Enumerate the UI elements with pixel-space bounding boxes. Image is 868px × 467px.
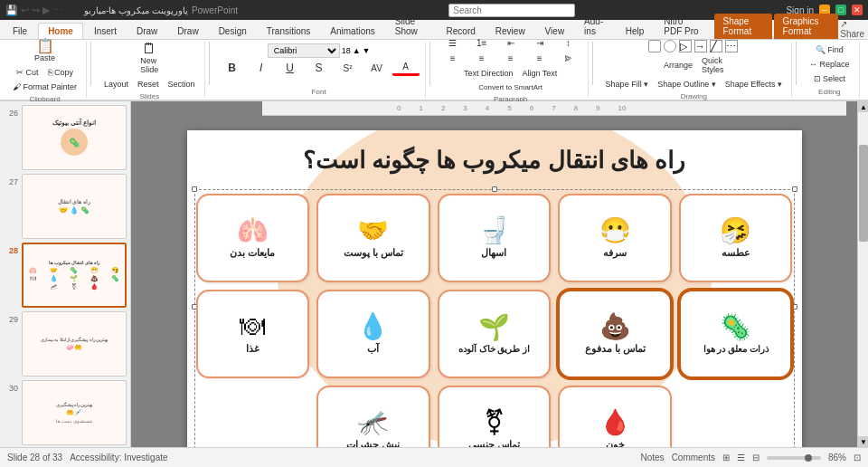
item-مایعات-بدن[interactable]: 🫁 مایعات بدن [196,194,310,282]
shadow-button[interactable]: S² [335,62,362,75]
zoom-level[interactable]: 86% [828,453,846,462]
slide-thumb-30[interactable]: 30 بهترین راه پیشگیری 🤲💉 شستشوی دست ها [4,380,127,445]
shape-effects-button[interactable]: Shape Effects ▾ [722,78,786,91]
slide-thumb-26[interactable]: 26 انواع آنتی بیوتیک 🦠 [4,105,127,170]
shape-line[interactable]: ╱ [710,40,722,52]
replace-button[interactable]: ↔ Replace [806,58,854,71]
align-center-button[interactable]: ≡ [468,52,495,65]
cut-button[interactable]: ✂ Cut [13,66,42,79]
item-تماس-پوست[interactable]: 🤝 تماس با پوست [316,194,430,282]
justify-button[interactable]: ≡ [526,52,553,65]
tab-insert[interactable]: Insert [85,24,126,39]
tab-shape-format[interactable]: Shape Format [714,14,772,39]
scroll-thumb[interactable] [859,145,868,242]
format-painter-button[interactable]: 🖌 Format Painter [9,81,80,93]
align-right-button[interactable]: ≡ [497,52,524,65]
view-normal-icon[interactable]: ⊞ [722,453,730,462]
slide-img-27[interactable]: راه های انتقال 🤝💧🦠 [22,174,127,239]
item-آب[interactable]: 💧 آب [316,290,430,378]
shape-outline-button[interactable]: Shape Outline ▾ [654,78,720,91]
underline-button[interactable]: U [277,60,304,76]
columns-button[interactable]: ⫸ [555,52,582,65]
tab-draw2[interactable]: Draw [168,24,207,39]
undo-icon[interactable]: ↩ [21,5,29,16]
item-نیش-حشرات[interactable]: 🦟 نیش حشرات [316,386,430,447]
align-text-button[interactable]: Align Text [518,67,561,80]
line-spacing-button[interactable]: ↕ [555,36,582,50]
font-family-select[interactable]: Calibri [268,43,340,58]
vertical-scrollbar[interactable]: ▲ ▼ [857,101,868,447]
item-تماس-جنسی[interactable]: ⚧ تماس جنسی [438,386,552,447]
present-icon[interactable]: ▶ [42,5,50,16]
number-button[interactable]: 1≡ [468,36,495,50]
item-سرفه[interactable]: 😷 سرفه [558,194,672,282]
tab-help[interactable]: Help [617,24,654,39]
new-slide-button[interactable]: 🗒 NewSlide [136,40,163,76]
indent-less-button[interactable]: ⇤ [497,36,524,50]
font-increase-button[interactable]: ▲ [353,46,361,55]
tab-design[interactable]: Design [210,24,256,39]
strikethrough-button[interactable]: S [306,60,333,76]
more-icon[interactable]: ⋯ [52,5,62,16]
handle-tc[interactable] [492,186,497,192]
select-button[interactable]: ⊡ Select [810,72,850,85]
item-غذا[interactable]: 🍽 غذا [196,290,310,378]
item-اسهال[interactable]: 🚽 اسهال [438,194,552,282]
canvas-area[interactable]: 012345678910 راه های انتقال میکروب ها چگ… [131,101,857,447]
tab-animations[interactable]: Animations [321,24,383,39]
convert-smartart-button[interactable]: Convert to SmartArt [475,81,546,93]
zoom-slider[interactable] [767,456,821,460]
tab-slideshow[interactable]: Slide Show [386,14,436,39]
find-button[interactable]: 🔍 Find [812,43,847,56]
scroll-track[interactable] [858,112,868,436]
shape-circle[interactable] [664,40,676,52]
slide-panel[interactable]: 26 انواع آنتی بیوتیک 🦠 27 راه های انتقال [0,101,131,447]
item-مدفوع[interactable]: 💩 تماس با مدفوع [558,290,672,378]
slide-thumb-27[interactable]: 27 راه های انتقال 🤝💧🦠 [4,174,127,239]
tab-graphics-format[interactable]: Graphics Format [774,14,839,39]
arrange-button[interactable]: Arrange [660,59,696,71]
item-خاک-آلوده[interactable]: 🌱 از طریق خاک آلوده [438,290,552,378]
align-left-button[interactable]: ≡ [439,52,467,65]
shape-tri[interactable]: ▷ [679,40,692,52]
slide-thumb-29[interactable]: 29 بهترین راه پیشگیری از ابتلا به بیماری… [4,311,127,376]
comments-button[interactable]: Comments [672,453,715,462]
view-slide-icon[interactable]: ⊟ [752,453,760,462]
slide-img-30[interactable]: بهترین راه پیشگیری 🤲💉 شستشوی دست ها [22,380,127,445]
item-خون[interactable]: 🩸 خون [558,386,672,447]
copy-button[interactable]: ⎘ Copy [44,66,78,79]
close-button[interactable]: ✕ [852,5,863,15]
section-button[interactable]: Section [165,78,199,91]
slide-canvas[interactable]: راه های انتقال میکروب ها چگونه است؟ 🫁 ما… [187,130,802,447]
item-عطسه[interactable]: 🤧 عطسه [679,194,793,282]
item-ذرات-هوا[interactable]: 🦠 ذرات معلق در هوا [679,290,793,378]
bullet-button[interactable]: ☰ [439,36,467,50]
search-input[interactable] [448,4,575,17]
reset-button[interactable]: Reset [134,78,163,91]
redo-icon[interactable]: ↪ [32,5,40,16]
slide-thumb-28[interactable]: 28 راه های انتقال میکروب ها 🫁 🤝 🦠 😷 🤧 🍽 … [4,243,127,308]
zoom-fit-button[interactable]: ⊡ [854,453,861,462]
tab-nitro[interactable]: Nitro PDF Pro [655,14,712,39]
slide-img-26[interactable]: انواع آنتی بیوتیک 🦠 [22,105,127,170]
shape-fill-button[interactable]: Shape Fill ▾ [602,78,653,91]
handle-tr[interactable] [792,186,797,192]
save-icon[interactable]: 💾 [5,5,18,16]
indent-more-button[interactable]: ⇥ [526,36,553,50]
tab-draw1[interactable]: Draw [127,24,166,39]
scroll-down-button[interactable]: ▼ [858,436,868,447]
font-decrease-button[interactable]: ▼ [363,46,371,55]
share-button[interactable]: ↗ Share [840,19,864,39]
layout-button[interactable]: Layout [100,78,132,91]
text-direction-button[interactable]: Text Direction [460,67,517,80]
italic-button[interactable]: I [248,60,275,76]
bold-button[interactable]: B [219,60,246,76]
font-color-button[interactable]: A [392,60,420,76]
handle-tl[interactable] [192,186,197,192]
shape-rect[interactable] [648,40,661,52]
shape-more[interactable]: ⋯ [725,40,738,52]
slide-img-28[interactable]: راه های انتقال میکروب ها 🫁 🤝 🦠 😷 🤧 🍽 💧 🌱… [22,243,127,308]
paste-button[interactable]: 📋 Paste [31,37,59,64]
notes-button[interactable]: Notes [641,453,665,462]
scroll-up-button[interactable]: ▲ [858,101,868,112]
